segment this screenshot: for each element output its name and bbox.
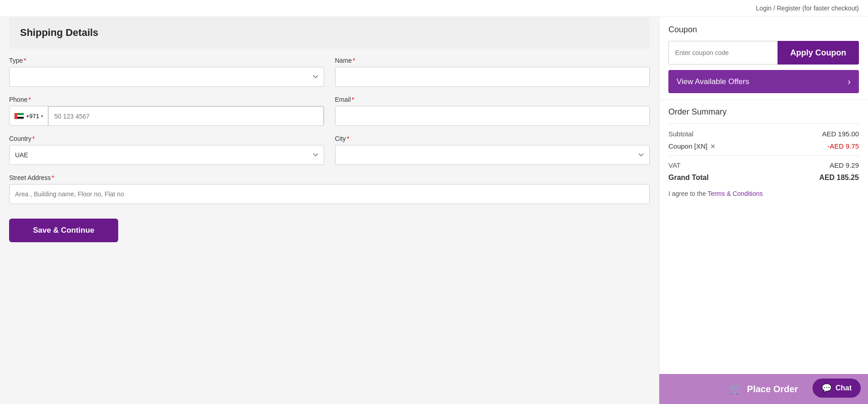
view-offers-button[interactable]: View Available Offers › xyxy=(668,70,859,93)
chat-button[interactable]: 💬 Chat xyxy=(813,379,861,398)
coupon-section: Coupon Apply Coupon View Available Offer… xyxy=(659,17,868,100)
city-label: City* xyxy=(335,135,650,142)
arrow-right-icon: › xyxy=(848,76,851,87)
save-continue-button[interactable]: Save & Continue xyxy=(9,219,118,242)
street-label: Street Address* xyxy=(9,174,650,181)
phone-flag-select[interactable]: +971 ▾ xyxy=(10,106,48,125)
chat-label: Chat xyxy=(835,384,852,392)
coupon-input[interactable] xyxy=(668,41,778,65)
order-summary-title: Order Summary xyxy=(668,107,859,124)
apply-coupon-button[interactable]: Apply Coupon xyxy=(778,41,859,65)
phone-group: Phone* +971 ▾ xyxy=(9,96,324,126)
form-side: Shipping Details Type* Name* xyxy=(0,17,659,404)
view-offers-label: View Available Offers xyxy=(677,77,749,86)
country-select[interactable]: UAE xyxy=(9,145,324,165)
main-layout: Shipping Details Type* Name* xyxy=(0,17,868,404)
email-label: Email* xyxy=(335,96,650,103)
coupon-row: Coupon [XN] ✕ -AED 9.75 xyxy=(668,142,859,150)
vat-label: VAT xyxy=(668,161,681,169)
type-label: Type* xyxy=(9,57,324,64)
email-input[interactable] xyxy=(335,106,650,126)
phone-code: +971 xyxy=(26,113,39,120)
summary-divider xyxy=(668,155,859,156)
grand-total-value: AED 185.25 xyxy=(819,174,859,182)
subtotal-label: Subtotal xyxy=(668,130,693,138)
type-name-row: Type* Name* xyxy=(9,57,650,87)
street-address-input[interactable] xyxy=(9,184,650,204)
type-select[interactable] xyxy=(9,67,324,87)
phone-chevron-icon: ▾ xyxy=(41,114,43,119)
country-city-row: Country* UAE City* xyxy=(9,135,650,165)
shipping-details-header: Shipping Details xyxy=(9,17,650,49)
top-bar: Login / Register (for faster checkout) xyxy=(0,0,868,17)
phone-email-row: Phone* +971 ▾ xyxy=(9,96,650,126)
city-select[interactable] xyxy=(335,145,650,165)
terms-row: I agree to the Terms & Conditions xyxy=(668,186,859,204)
chat-icon: 💬 xyxy=(822,383,832,393)
coupon-remove-button[interactable]: ✕ xyxy=(710,143,716,150)
email-group: Email* xyxy=(335,96,650,126)
order-summary-section: Order Summary Subtotal AED 195.00 Coupon… xyxy=(659,100,868,212)
type-group: Type* xyxy=(9,57,324,87)
phone-input-wrapper: +971 ▾ xyxy=(9,106,324,126)
grand-total-label: Grand Total xyxy=(668,174,709,182)
vat-row: VAT AED 9.29 xyxy=(668,161,859,169)
country-label: Country* xyxy=(9,135,324,142)
coupon-title: Coupon xyxy=(668,25,859,35)
name-label: Name* xyxy=(335,57,650,64)
subtotal-value: AED 195.00 xyxy=(822,130,859,138)
terms-conditions-link[interactable]: Terms & Conditions xyxy=(707,190,763,197)
street-row: Street Address* xyxy=(9,174,650,204)
street-group: Street Address* xyxy=(9,174,650,204)
country-group: Country* UAE xyxy=(9,135,324,165)
phone-number-input[interactable] xyxy=(48,106,323,126)
subtotal-row: Subtotal AED 195.00 xyxy=(668,130,859,138)
login-register-link[interactable]: Login / Register (for faster checkout) xyxy=(756,5,859,12)
city-group: City* xyxy=(335,135,650,165)
place-order-button[interactable]: 🛒 Place Order xyxy=(729,383,798,395)
cart-icon: 🛒 xyxy=(729,383,742,395)
place-order-label: Place Order xyxy=(747,384,798,394)
place-order-bar: 🛒 Place Order 💬 Chat xyxy=(659,374,868,404)
coupon-applied-label: Coupon [XN] ✕ xyxy=(668,142,716,150)
shipping-details-title: Shipping Details xyxy=(20,27,639,39)
phone-label: Phone* xyxy=(9,96,324,103)
coupon-discount-value: -AED 9.75 xyxy=(828,142,859,150)
name-input[interactable] xyxy=(335,67,650,87)
name-group: Name* xyxy=(335,57,650,87)
order-side: Coupon Apply Coupon View Available Offer… xyxy=(659,17,868,404)
coupon-input-row: Apply Coupon xyxy=(668,41,859,65)
uae-flag xyxy=(14,113,24,120)
grand-total-row: Grand Total AED 185.25 xyxy=(668,174,859,182)
vat-value: AED 9.29 xyxy=(830,161,859,169)
